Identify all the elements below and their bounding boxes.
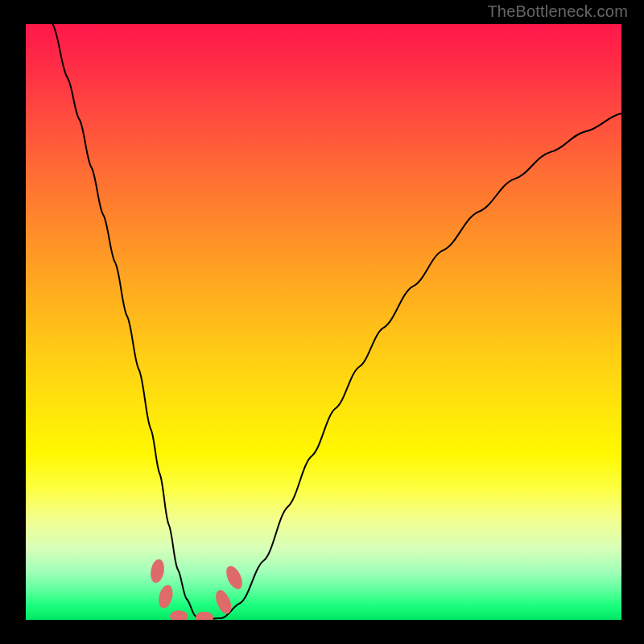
curve-marker xyxy=(223,564,246,592)
curve-marker xyxy=(156,584,175,610)
chart-plot-area xyxy=(26,24,621,620)
watermark-source: TheBottleneck.com xyxy=(487,2,628,21)
bottleneck-curve xyxy=(52,24,621,619)
curve-marker xyxy=(149,558,166,584)
curve-marker xyxy=(196,612,213,620)
curve-svg xyxy=(26,24,621,620)
curve-marker xyxy=(170,610,188,620)
